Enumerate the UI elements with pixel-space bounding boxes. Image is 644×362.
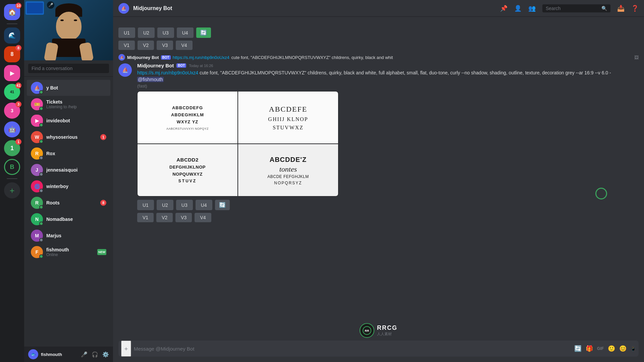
dm-avatar-invideobot: ▶: [31, 115, 43, 127]
server-icon-8[interactable]: B: [4, 159, 20, 175]
rrcg-text-block: RRCG 人人素材: [377, 324, 397, 337]
dm-info-jennesaisquoi: jennesaisquoi: [46, 167, 106, 173]
bot-message-username: Midjourney Bot: [137, 63, 174, 68]
dm-item-marjus[interactable]: M Marjus: [27, 228, 110, 244]
status-dot-invideobot: [39, 123, 43, 127]
alphabet-image-grid: ABBCDDEFG ABDEGHIKLM WXYZ YZ AABCRSTUVVX…: [138, 92, 338, 196]
upper-v3-button[interactable]: V3: [157, 41, 173, 50]
dm-info-whysoserious: whysoserious: [46, 134, 100, 140]
gift-icon[interactable]: 🎁: [586, 345, 593, 352]
alphabet-text-3d: STUVZ: [169, 178, 206, 184]
dm-name-winterboy: winterboy: [46, 184, 106, 189]
upper-v2-button[interactable]: V2: [138, 41, 154, 50]
upper-refresh-button[interactable]: 🔄: [196, 27, 211, 38]
dm-item-nomadbase[interactable]: N Nomadbase: [27, 211, 110, 227]
inbox-icon[interactable]: 📥: [617, 5, 625, 12]
status-dot-midjourney: [39, 90, 43, 94]
dm-item-roots[interactable]: R Roots 8: [27, 195, 110, 211]
search-icon[interactable]: 🔍: [601, 6, 607, 11]
upper-u1-button[interactable]: U1: [118, 27, 135, 38]
help-icon[interactable]: ❓: [631, 5, 639, 12]
status-dot-tickets: [39, 107, 43, 111]
grid-cell-2: ABCDEFE GHIIJ KLNOP STUVWXZ: [238, 92, 338, 143]
discord-home-icon[interactable]: 🏠 10: [4, 4, 20, 20]
chat-header-avatar: ⛵: [118, 3, 129, 14]
lower-u1-button[interactable]: U1: [137, 200, 154, 210]
dm-list: ⛵ y Bot 🎫 Tickets Listening to /help ▶: [24, 77, 113, 347]
server-icon-2[interactable]: 8 8: [4, 46, 20, 62]
server-icon-1[interactable]: 🌊: [4, 27, 20, 44]
status-dot-jennesaisquoi: [39, 172, 43, 176]
bot-message-header: Midjourney Bot BOT Today at 16:26: [137, 63, 639, 68]
dm-item-rox[interactable]: R Rox: [27, 145, 110, 162]
lower-u3-button[interactable]: U3: [176, 200, 193, 210]
lower-v2-button[interactable]: V2: [156, 213, 173, 222]
emoji-refresh-icon[interactable]: 🔄: [574, 345, 582, 352]
upper-v1-button[interactable]: V1: [118, 41, 135, 50]
status-dot-marjus: [39, 238, 43, 242]
grid-cell-1: ABBCDDEFG ABDEGHIKLM WXYZ YZ AABCRSTUVVX…: [138, 92, 237, 143]
dm-search-area: [24, 60, 113, 77]
status-dot-fishmouth: [39, 254, 43, 258]
msg-notification-header: ⛵ Midjourney Bot BOT https://s.mj.run/nb…: [113, 53, 644, 61]
home-badge: 10: [15, 3, 21, 9]
dm-name-tickets: Tickets: [46, 99, 106, 105]
grid-text-3: ABCDD2 DEFGHIJKLNOP NOPQUWXYZ STUVZ: [169, 156, 206, 184]
lower-refresh-button[interactable]: 🔄: [215, 200, 230, 210]
dm-item-midjourney-bot[interactable]: ⛵ y Bot: [27, 80, 110, 96]
dm-item-fishmouth[interactable]: F fishmouth Online NEW: [27, 244, 110, 260]
server-badge-4: 41: [15, 82, 21, 88]
pin-icon[interactable]: 📌: [500, 5, 507, 12]
msg-link-small[interactable]: https://s.mj.run/nbp9n0oUxz4: [173, 55, 229, 60]
msg-footer: (fast): [137, 83, 639, 88]
server-icon-6[interactable]: 🤖: [4, 121, 20, 137]
search-input[interactable]: [546, 6, 599, 11]
lower-v1-button[interactable]: V1: [137, 213, 154, 222]
sticker-icon[interactable]: 🙂: [608, 345, 615, 352]
dm-item-jennesaisquoi[interactable]: J jennesaisquoi: [27, 162, 110, 178]
dm-item-invideobot[interactable]: ▶ invideobot: [27, 113, 110, 129]
upper-v-buttons: V1 V2 V3 V4: [118, 41, 639, 50]
message-input[interactable]: [134, 342, 572, 355]
dm-item-winterboy[interactable]: 🌀 winterboy: [27, 178, 110, 194]
deafen-icon[interactable]: 🎧: [92, 351, 98, 358]
server-icon-3[interactable]: ▶: [4, 65, 20, 81]
add-member-icon[interactable]: 👤: [514, 5, 522, 12]
user-controls: 🎤 🎧 ⚙️: [81, 351, 109, 358]
dm-subtitle-tickets: Listening to /help: [46, 105, 106, 109]
chat-area: ⛵ Midjourney Bot 📌 👤 👥 🔍 📥 ❓ U1 U2: [113, 0, 644, 362]
lower-v3-button[interactable]: V3: [175, 213, 192, 222]
dm-name-invideobot: invideobot: [46, 118, 106, 123]
msg-prompt-link[interactable]: https://s.mj.run/nbp9n0oUxz4: [137, 70, 198, 75]
add-attachment-button[interactable]: ＋: [121, 341, 131, 357]
dm-name-whysoserious: whysoserious: [46, 134, 100, 140]
server-badge-2: 8: [15, 45, 21, 51]
lower-v-buttons: V1 V2 V3 V4: [137, 213, 639, 222]
gif-icon[interactable]: GIF: [597, 346, 604, 351]
upper-v4-button[interactable]: V4: [176, 41, 192, 50]
dm-panel: 🎤 ⛵ y Bot 🎫 Tickets: [24, 0, 113, 362]
server-icon-5[interactable]: 3 3: [4, 103, 20, 119]
find-conversation-input[interactable]: [28, 64, 109, 73]
dm-item-tickets[interactable]: 🎫 Tickets Listening to /help: [27, 96, 110, 112]
dm-avatar-marjus: M: [31, 230, 43, 242]
server-list: 🏠 10 🌊 8 8 ▶ 41 41 3 3 🤖 1 1: [0, 0, 24, 362]
dm-item-whysoserious[interactable]: W whysoserious 1: [27, 129, 110, 145]
lower-u4-button[interactable]: U4: [196, 200, 212, 210]
upper-u4-button[interactable]: U4: [177, 27, 194, 38]
mic-icon[interactable]: 🎤: [47, 1, 54, 9]
upper-u2-button[interactable]: U2: [138, 27, 155, 38]
emoji-icon[interactable]: 😊: [619, 345, 627, 352]
add-server-button[interactable]: ＋: [4, 182, 20, 198]
lower-v4-button[interactable]: V4: [195, 213, 211, 222]
mute-icon[interactable]: 🎤: [81, 351, 88, 358]
members-icon[interactable]: 👥: [528, 5, 536, 12]
apps-icon[interactable]: 📱: [631, 346, 636, 351]
settings-icon[interactable]: ⚙️: [102, 351, 109, 358]
lower-u2-button[interactable]: U2: [157, 200, 173, 210]
server-badge-5: 3: [15, 101, 21, 107]
msg-mention[interactable]: @fishmouth: [137, 77, 164, 82]
server-icon-7[interactable]: 1 1: [4, 140, 20, 156]
upper-u3-button[interactable]: U3: [157, 27, 174, 38]
server-icon-4[interactable]: 41 41: [4, 84, 20, 100]
